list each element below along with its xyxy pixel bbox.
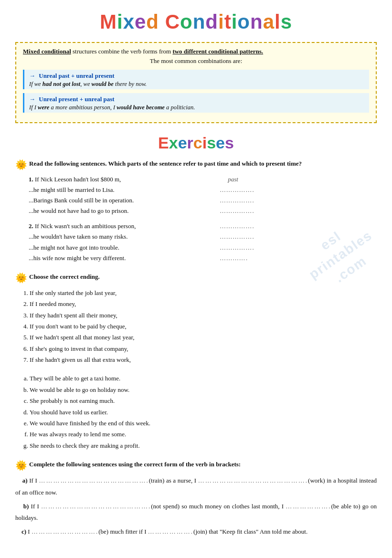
list-item: We would have finished by the end of thi… xyxy=(30,418,377,429)
exercise-3-sentence-b: b) If I ……………………………………….(not spend) so m… xyxy=(15,501,377,524)
nick2-left-1: ...he wouldn't have taken so many risks. xyxy=(29,232,220,242)
combo-block-1: → Unreal past + unreal present If we had… xyxy=(23,70,369,89)
arrow-icon-1: → xyxy=(29,72,35,79)
nick2-left-2: ...he might not have got into trouble. xyxy=(29,242,220,253)
list-item: We would be able to go on holiday now. xyxy=(30,384,377,395)
nick1-left-2: ...Barings Bank could still be in operat… xyxy=(29,195,220,206)
list-item: They will be able to get a taxi home. xyxy=(30,373,377,384)
nick2-table: 2. If Nick wasn't such an ambitious pers… xyxy=(29,221,377,263)
nick2-row-2: ...he might not have got into trouble. …… xyxy=(29,242,377,253)
exercise-3-sentence-a: a) If I ……………………………………….(train) as a nur… xyxy=(15,475,377,498)
list-item: If I needed money, xyxy=(30,298,377,309)
exercise-2-content: If she only started the job last year, I… xyxy=(19,287,377,451)
list-item: She needs to check they are making a pro… xyxy=(30,440,377,451)
nick1-row-2: ...Barings Bank could still be in operat… xyxy=(29,195,377,206)
nick2-left-3: ...his wife now might be very different. xyxy=(29,253,220,263)
exercise-2-instruction: Choose the correct ending. xyxy=(29,272,100,282)
exercise-3-content: a) If I ……………………………………….(train) as a nur… xyxy=(15,475,377,537)
list-item: If they hadn't spent all their money, xyxy=(30,310,377,321)
exercise-3-header: 🌞 Complete the following sentences using… xyxy=(15,460,377,471)
list-item: If she hadn't given us all that extra wo… xyxy=(30,354,377,365)
combo-block-2: → Unreal present + unreal past If I were… xyxy=(23,93,369,113)
nick1-row-1: ...he might still be married to Lisa. ……… xyxy=(29,185,377,195)
nick2-number: 2. xyxy=(29,222,35,230)
nick1-right-1: ……………. xyxy=(220,185,377,195)
list-item: If you don't want to be paid by cheque, xyxy=(30,321,377,332)
sun-icon-1: 🌞 xyxy=(15,159,27,170)
combo-example-2: If I were a more ambitious person, I wou… xyxy=(29,104,364,111)
exercise-2-section: 🌞 Choose the correct ending. If she only… xyxy=(15,272,377,451)
nick2-right-1: ……………. xyxy=(220,232,377,242)
exercise-1-header: 🌞 Read the following sentences. Which pa… xyxy=(15,159,377,170)
list-item: He was always ready to lend me some. xyxy=(30,429,377,440)
nick1-left-0: 1. If Nick Leeson hadn't lost $800 m, xyxy=(29,174,220,185)
explanation-intro: Mixed conditional structures combine the… xyxy=(23,48,369,55)
list-item: You should have told us earlier. xyxy=(30,407,377,418)
nick1-right-0: past xyxy=(220,174,377,185)
arrow-icon-2: → xyxy=(29,95,35,103)
nick1-row-3: ...he would not have had to go to prison… xyxy=(29,206,377,216)
exercise-2-header: 🌞 Choose the correct ending. xyxy=(15,272,377,284)
explanation-center: The most common combinations are: xyxy=(23,57,369,65)
explanation-intro-text: structures combine the verb forms from xyxy=(73,48,172,55)
nick2-right-3: …………. xyxy=(220,253,377,263)
list-item: If she's going to invest in that company… xyxy=(30,343,377,354)
nick1-number: 1. xyxy=(29,176,35,183)
nick1-table: 1. If Nick Leeson hadn't lost $800 m, pa… xyxy=(29,174,377,216)
sun-icon-2: 🌞 xyxy=(15,272,27,284)
nick2-right-0: ……………. xyxy=(220,221,377,232)
exercise-3-instruction: Complete the following sentences using t… xyxy=(29,460,241,469)
list-item: If she only started the job last year, xyxy=(30,287,377,298)
list-item: She probably is not earning much. xyxy=(30,395,377,406)
exercise-1-section: 🌞 Read the following sentences. Which pa… xyxy=(15,159,377,263)
nick2-row-3: ...his wife now might be very different.… xyxy=(29,253,377,263)
two-different-term: two different conditional patterns. xyxy=(172,48,263,55)
nick2-right-2: ……………. xyxy=(220,242,377,253)
list-item: If we hadn't spent all that money last y… xyxy=(30,332,377,343)
page-title: Mixed Conditionals xyxy=(15,11,377,33)
nick1-left-1: ...he might still be married to Lisa. xyxy=(29,185,220,195)
nick1-right-2: ……………. xyxy=(220,195,377,206)
nick2-left-0: 2. If Nick wasn't such an ambitious pers… xyxy=(29,221,220,232)
nick1-left-3: ...he would not have had to go to prison… xyxy=(29,206,220,216)
nick2-row-1: ...he wouldn't have taken so many risks.… xyxy=(29,232,377,242)
combo-title-2: → Unreal present + unreal past xyxy=(29,95,364,103)
explanation-box: Mixed conditional structures combine the… xyxy=(15,42,377,123)
nick1-row-0: 1. If Nick Leeson hadn't lost $800 m, pa… xyxy=(29,174,377,185)
exercise-2-items-list: If she only started the job last year, I… xyxy=(19,287,377,366)
nick1-right-3: ……………. xyxy=(220,206,377,216)
sun-icon-3: 🌞 xyxy=(15,460,27,471)
mixed-conditional-term: Mixed conditional xyxy=(23,48,71,55)
exercise-3-section: 🌞 Complete the following sentences using… xyxy=(15,460,377,537)
exercise-3-sentence-c: c) I ……………………….(be) much fitter if I ………… xyxy=(15,526,377,538)
exercise-2-options-list: They will be able to get a taxi home. We… xyxy=(19,373,377,451)
nick2-row-0: 2. If Nick wasn't such an ambitious pers… xyxy=(29,221,377,232)
combo-example-1: If we had not got lost, we would be ther… xyxy=(29,81,364,88)
combo-title-1: → Unreal past + unreal present xyxy=(29,72,364,80)
exercise-1-instruction: Read the following sentences. Which part… xyxy=(29,159,302,168)
exercise-1-content: 1. If Nick Leeson hadn't lost $800 m, pa… xyxy=(29,174,377,263)
exercises-title: Exercises xyxy=(15,134,377,152)
